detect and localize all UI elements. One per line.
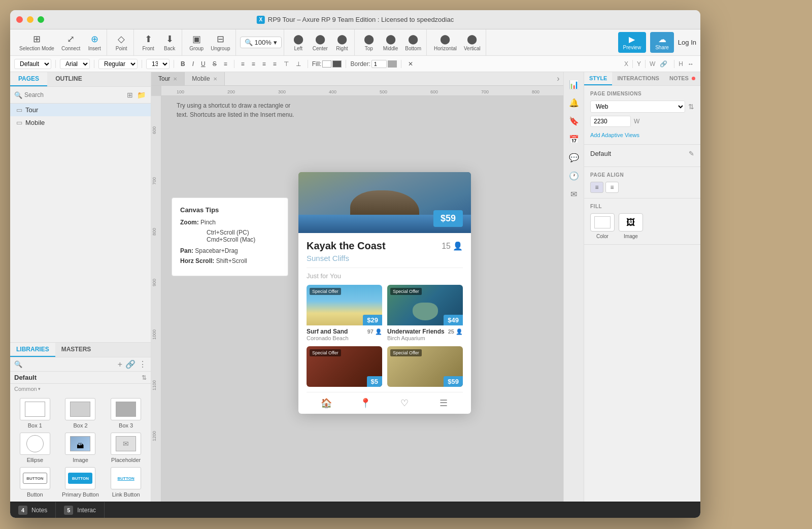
nav-heart[interactable]: ♡	[385, 398, 424, 409]
align-right-button[interactable]: ⬤ Right	[332, 31, 352, 53]
chat-icon[interactable]: 💬	[566, 149, 582, 166]
align-justify-text-button[interactable]: ≡	[270, 59, 279, 69]
widget-item-button[interactable]: BUTTON Button	[14, 467, 56, 498]
canvas-scroll[interactable]: 100 200 300 400 500 600 700 800 600 700 …	[151, 86, 563, 502]
page-type-selector[interactable]: Web	[590, 101, 685, 113]
library-selector[interactable]: Default ⇅	[10, 372, 151, 384]
font-size-selector[interactable]: 13	[146, 59, 170, 69]
tab-notes[interactable]: NOTES	[664, 72, 700, 85]
canvas-tab-scroll-right[interactable]: ›	[553, 74, 563, 83]
tab-outline[interactable]: OUTLINE	[47, 72, 90, 86]
align-left-btn[interactable]: ≡	[590, 182, 603, 193]
distribute-v-button[interactable]: ⬤ Vertical	[461, 31, 484, 53]
fill-image-option[interactable]: 🖼 Image	[619, 213, 643, 239]
fill-color-swatch[interactable]	[322, 60, 331, 68]
widget-item-box1[interactable]: Box 1	[14, 398, 56, 428]
tab-style[interactable]: STYLE	[584, 72, 612, 85]
align-right-text-button[interactable]: ≡	[260, 59, 268, 69]
tips-zoom-pc: Ctrl+Scroll (PC)	[207, 229, 280, 236]
widget-item-image[interactable]: Image	[60, 433, 101, 463]
add-page-button[interactable]: ⊞	[126, 90, 134, 100]
list-button[interactable]: ≡	[221, 59, 230, 69]
calendar-icon[interactable]: 📅	[566, 131, 582, 147]
bell-icon[interactable]: 🔔	[566, 94, 582, 111]
connect-button[interactable]: ⤢ Connect	[58, 31, 83, 53]
strikethrough-button[interactable]: S	[210, 59, 219, 69]
pages-search-input[interactable]	[24, 91, 124, 98]
align-top-button[interactable]: ⬤ Top	[359, 31, 379, 53]
align-bottom-button[interactable]: ⬤ Bottom	[402, 31, 424, 53]
insert-button[interactable]: ⊕ Insert	[84, 31, 105, 53]
align-left-button[interactable]: ⬤ Left	[288, 31, 309, 53]
style-selector[interactable]: Default	[14, 59, 51, 69]
bottom-tab-interactions[interactable]: 5 Interac	[56, 502, 105, 518]
canvas-tab-tour[interactable]: Tour ✕	[151, 72, 185, 85]
font-weight-selector[interactable]: Regular	[98, 59, 138, 69]
fill-color-option[interactable]: Color	[590, 213, 615, 239]
widget-item-box3[interactable]: Box 3	[105, 398, 147, 428]
folder-button[interactable]: 📁	[136, 90, 147, 100]
bookmark-icon[interactable]: 🔖	[566, 113, 582, 129]
point-button[interactable]: ◇ Point	[111, 31, 131, 53]
back-button[interactable]: ⬇ Back	[159, 31, 180, 53]
tab-masters[interactable]: MASTERS	[55, 343, 97, 357]
align-center-text-button[interactable]: ≡	[249, 59, 258, 69]
mail-icon[interactable]: ✉	[566, 186, 582, 202]
selection-mode-button[interactable]: ⊞ Selection Mode	[16, 31, 57, 53]
lock-ratio-button[interactable]: 🔗	[657, 59, 670, 69]
border-width-input[interactable]	[371, 60, 387, 68]
clock-icon[interactable]: 🕐	[566, 168, 582, 184]
ungroup-button[interactable]: ⊟ Ungroup	[208, 31, 233, 53]
widget-item-link-button[interactable]: BUTTON Link Button	[105, 467, 147, 498]
widget-item-box2[interactable]: Box 2	[60, 398, 101, 428]
bold-button[interactable]: B	[178, 59, 188, 69]
align-middle-text-button[interactable]: ⊥	[293, 59, 303, 69]
page-width-input[interactable]	[590, 116, 631, 127]
group-button[interactable]: ▣ Group	[186, 31, 207, 53]
login-button[interactable]: Log In	[678, 39, 696, 46]
widget-item-ellipse[interactable]: Ellipse	[14, 433, 56, 463]
maximize-button[interactable]	[38, 16, 44, 23]
preview-button[interactable]: ▶ Preview	[618, 32, 647, 53]
align-middle-button[interactable]: ⬤ Middle	[380, 31, 401, 53]
border-color-swatch[interactable]	[388, 60, 397, 68]
tab-pages[interactable]: PAGES	[10, 72, 47, 86]
minimize-button[interactable]	[27, 16, 33, 23]
chart-icon[interactable]: 📊	[566, 76, 582, 92]
close-format-button[interactable]: ✕	[405, 59, 416, 69]
fill-color-swatch-2[interactable]	[332, 60, 342, 68]
front-button[interactable]: ⬆ Front	[138, 31, 158, 53]
widget-item-placeholder[interactable]: ✉ Placeholder	[105, 433, 147, 463]
zoom-selector[interactable]: 🔍 100% ▾	[240, 37, 282, 48]
font-family-selector[interactable]: Arial	[60, 59, 90, 69]
bottom-tab-notes[interactable]: 4 Notes	[10, 502, 56, 518]
align-center-btn[interactable]: ≡	[605, 182, 619, 193]
tab-interactions[interactable]: INTERACTIONS	[612, 72, 664, 85]
add-adaptive-views-button[interactable]: Add Adaptive Views	[590, 132, 639, 138]
align-top-text-button[interactable]: ⊤	[281, 59, 291, 69]
page-item-tour[interactable]: ▭ Tour	[10, 104, 151, 116]
more-library-button[interactable]: ⋮	[139, 359, 147, 369]
canvas-tab-mobile-close[interactable]: ✕	[213, 76, 217, 82]
state-edit-icon[interactable]: ✎	[689, 150, 694, 157]
share-button[interactable]: ☁ Share	[650, 32, 674, 53]
nav-location[interactable]: 📍	[346, 398, 385, 409]
page-item-mobile[interactable]: ▭ Mobile	[10, 116, 151, 129]
align-center-button[interactable]: ⬤ Center	[310, 31, 331, 53]
library-search-input[interactable]	[25, 361, 115, 368]
distribute-h-button[interactable]: ⬤ Horizontal	[431, 31, 460, 53]
canvas-tab-tour-close[interactable]: ✕	[173, 76, 177, 82]
nav-menu[interactable]: ☰	[424, 398, 463, 409]
card-seal-info: Underwater Friends 25 👤 Birch Aquarium	[387, 325, 463, 341]
close-button[interactable]	[16, 16, 23, 23]
canvas-tab-mobile[interactable]: Mobile ✕	[185, 72, 224, 85]
flip-button[interactable]: ↔	[685, 59, 696, 69]
underline-button[interactable]: U	[198, 59, 208, 69]
italic-button[interactable]: I	[190, 59, 196, 69]
tab-libraries[interactable]: LIBRARIES	[10, 343, 55, 357]
add-library-button[interactable]: +	[118, 360, 122, 369]
align-left-text-button[interactable]: ≡	[239, 59, 247, 69]
widget-item-primary-button[interactable]: BUTTON Primary Button	[60, 467, 101, 498]
nav-home[interactable]: 🏠	[307, 398, 346, 409]
link-library-button[interactable]: 🔗	[125, 359, 136, 369]
